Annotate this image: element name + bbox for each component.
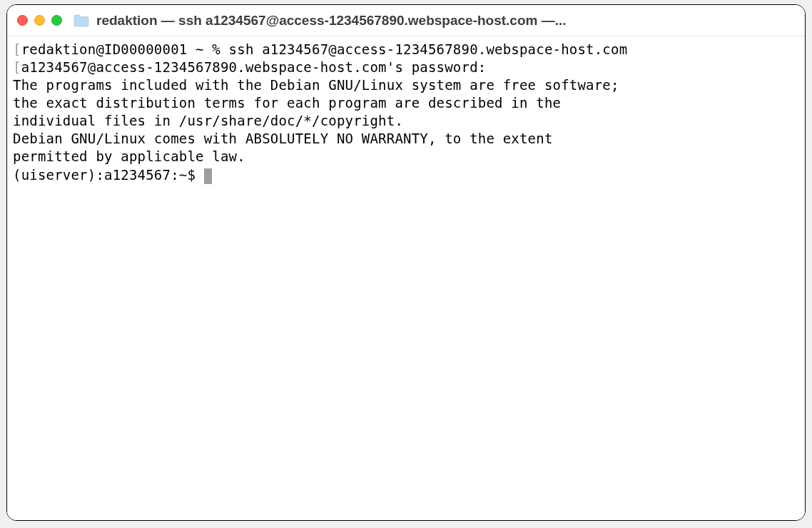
- titlebar[interactable]: redaktion — ssh a1234567@access-12345678…: [7, 5, 805, 36]
- terminal-body[interactable]: [redaktion@ID00000001 ~ % ssh a1234567@a…: [7, 36, 805, 520]
- terminal-line: the exact distribution terms for each pr…: [13, 94, 799, 112]
- terminal-prompt-line: (uiserver):a1234567:~$: [13, 166, 799, 184]
- terminal-line: [redaktion@ID00000001 ~ % ssh a1234567@a…: [13, 41, 799, 59]
- traffic-lights: [17, 15, 62, 26]
- minimize-button[interactable]: [34, 15, 45, 26]
- close-button[interactable]: [17, 15, 28, 26]
- terminal-line: permitted by applicable law.: [13, 148, 799, 166]
- window-title: redaktion — ssh a1234567@access-12345678…: [96, 13, 795, 29]
- terminal-prompt: (uiserver):a1234567:~$: [13, 167, 204, 183]
- bracket-open: [: [13, 41, 21, 57]
- terminal-text: redaktion@ID00000001 ~ % ssh a1234567@ac…: [21, 41, 628, 57]
- terminal-line: [a1234567@access-1234567890.webspace-hos…: [13, 59, 799, 76]
- maximize-button[interactable]: [51, 15, 62, 26]
- terminal-window: redaktion — ssh a1234567@access-12345678…: [6, 4, 806, 521]
- terminal-line: The programs included with the Debian GN…: [13, 76, 799, 94]
- terminal-line: Debian GNU/Linux comes with ABSOLUTELY N…: [13, 130, 799, 148]
- bracket-open: [: [13, 59, 21, 75]
- terminal-text: a1234567@access-1234567890.webspace-host…: [21, 59, 487, 75]
- cursor-icon: [204, 168, 212, 184]
- folder-icon: [73, 14, 89, 27]
- terminal-line: individual files in /usr/share/doc/*/cop…: [13, 112, 799, 130]
